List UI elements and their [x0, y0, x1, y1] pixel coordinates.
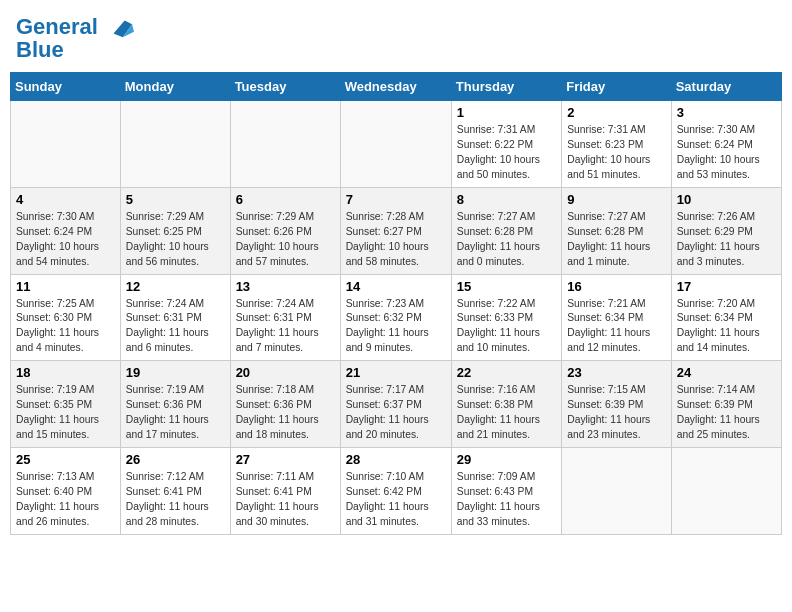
day-info: Sunrise: 7:25 AM Sunset: 6:30 PM Dayligh…: [16, 297, 115, 357]
day-number: 20: [236, 365, 335, 380]
day-number: 15: [457, 279, 556, 294]
day-info: Sunrise: 7:29 AM Sunset: 6:26 PM Dayligh…: [236, 210, 335, 270]
calendar-day-cell: 2Sunrise: 7:31 AM Sunset: 6:23 PM Daylig…: [562, 101, 671, 188]
day-number: 25: [16, 452, 115, 467]
calendar-day-cell: [671, 447, 781, 534]
day-info: Sunrise: 7:16 AM Sunset: 6:38 PM Dayligh…: [457, 383, 556, 443]
day-info: Sunrise: 7:18 AM Sunset: 6:36 PM Dayligh…: [236, 383, 335, 443]
day-info: Sunrise: 7:11 AM Sunset: 6:41 PM Dayligh…: [236, 470, 335, 530]
calendar-day-cell: 13Sunrise: 7:24 AM Sunset: 6:31 PM Dayli…: [230, 274, 340, 361]
calendar-day-cell: 27Sunrise: 7:11 AM Sunset: 6:41 PM Dayli…: [230, 447, 340, 534]
day-info: Sunrise: 7:19 AM Sunset: 6:35 PM Dayligh…: [16, 383, 115, 443]
day-info: Sunrise: 7:10 AM Sunset: 6:42 PM Dayligh…: [346, 470, 446, 530]
day-info: Sunrise: 7:23 AM Sunset: 6:32 PM Dayligh…: [346, 297, 446, 357]
calendar-day-cell: 17Sunrise: 7:20 AM Sunset: 6:34 PM Dayli…: [671, 274, 781, 361]
day-number: 8: [457, 192, 556, 207]
day-info: Sunrise: 7:24 AM Sunset: 6:31 PM Dayligh…: [236, 297, 335, 357]
calendar-header-row: SundayMondayTuesdayWednesdayThursdayFrid…: [11, 73, 782, 101]
calendar-day-cell: [11, 101, 121, 188]
calendar-day-cell: 14Sunrise: 7:23 AM Sunset: 6:32 PM Dayli…: [340, 274, 451, 361]
day-info: Sunrise: 7:27 AM Sunset: 6:28 PM Dayligh…: [567, 210, 665, 270]
calendar-day-cell: [230, 101, 340, 188]
calendar-day-cell: 3Sunrise: 7:30 AM Sunset: 6:24 PM Daylig…: [671, 101, 781, 188]
day-info: Sunrise: 7:26 AM Sunset: 6:29 PM Dayligh…: [677, 210, 776, 270]
calendar-day-cell: 25Sunrise: 7:13 AM Sunset: 6:40 PM Dayli…: [11, 447, 121, 534]
day-info: Sunrise: 7:31 AM Sunset: 6:23 PM Dayligh…: [567, 123, 665, 183]
calendar-day-cell: 29Sunrise: 7:09 AM Sunset: 6:43 PM Dayli…: [451, 447, 561, 534]
day-number: 2: [567, 105, 665, 120]
day-number: 14: [346, 279, 446, 294]
day-number: 9: [567, 192, 665, 207]
day-number: 16: [567, 279, 665, 294]
day-info: Sunrise: 7:27 AM Sunset: 6:28 PM Dayligh…: [457, 210, 556, 270]
page-header: General Blue: [10, 10, 782, 66]
day-of-week-header: Monday: [120, 73, 230, 101]
day-info: Sunrise: 7:28 AM Sunset: 6:27 PM Dayligh…: [346, 210, 446, 270]
day-number: 11: [16, 279, 115, 294]
day-number: 17: [677, 279, 776, 294]
day-of-week-header: Friday: [562, 73, 671, 101]
calendar-day-cell: 23Sunrise: 7:15 AM Sunset: 6:39 PM Dayli…: [562, 361, 671, 448]
calendar-day-cell: [562, 447, 671, 534]
day-number: 13: [236, 279, 335, 294]
day-number: 29: [457, 452, 556, 467]
day-number: 4: [16, 192, 115, 207]
calendar-table: SundayMondayTuesdayWednesdayThursdayFrid…: [10, 72, 782, 534]
day-info: Sunrise: 7:30 AM Sunset: 6:24 PM Dayligh…: [677, 123, 776, 183]
calendar-day-cell: 10Sunrise: 7:26 AM Sunset: 6:29 PM Dayli…: [671, 187, 781, 274]
calendar-day-cell: 9Sunrise: 7:27 AM Sunset: 6:28 PM Daylig…: [562, 187, 671, 274]
logo: General Blue: [16, 14, 134, 62]
day-number: 10: [677, 192, 776, 207]
day-number: 5: [126, 192, 225, 207]
calendar-day-cell: 4Sunrise: 7:30 AM Sunset: 6:24 PM Daylig…: [11, 187, 121, 274]
day-number: 27: [236, 452, 335, 467]
day-info: Sunrise: 7:29 AM Sunset: 6:25 PM Dayligh…: [126, 210, 225, 270]
day-number: 3: [677, 105, 776, 120]
day-info: Sunrise: 7:15 AM Sunset: 6:39 PM Dayligh…: [567, 383, 665, 443]
day-info: Sunrise: 7:30 AM Sunset: 6:24 PM Dayligh…: [16, 210, 115, 270]
calendar-day-cell: 7Sunrise: 7:28 AM Sunset: 6:27 PM Daylig…: [340, 187, 451, 274]
day-info: Sunrise: 7:31 AM Sunset: 6:22 PM Dayligh…: [457, 123, 556, 183]
calendar-week-row: 4Sunrise: 7:30 AM Sunset: 6:24 PM Daylig…: [11, 187, 782, 274]
calendar-day-cell: 28Sunrise: 7:10 AM Sunset: 6:42 PM Dayli…: [340, 447, 451, 534]
day-number: 19: [126, 365, 225, 380]
day-number: 18: [16, 365, 115, 380]
calendar-day-cell: 16Sunrise: 7:21 AM Sunset: 6:34 PM Dayli…: [562, 274, 671, 361]
day-number: 12: [126, 279, 225, 294]
calendar-day-cell: 1Sunrise: 7:31 AM Sunset: 6:22 PM Daylig…: [451, 101, 561, 188]
calendar-day-cell: [340, 101, 451, 188]
calendar-week-row: 1Sunrise: 7:31 AM Sunset: 6:22 PM Daylig…: [11, 101, 782, 188]
day-of-week-header: Sunday: [11, 73, 121, 101]
day-of-week-header: Wednesday: [340, 73, 451, 101]
day-info: Sunrise: 7:21 AM Sunset: 6:34 PM Dayligh…: [567, 297, 665, 357]
calendar-day-cell: 22Sunrise: 7:16 AM Sunset: 6:38 PM Dayli…: [451, 361, 561, 448]
calendar-day-cell: 6Sunrise: 7:29 AM Sunset: 6:26 PM Daylig…: [230, 187, 340, 274]
day-of-week-header: Saturday: [671, 73, 781, 101]
day-number: 6: [236, 192, 335, 207]
day-number: 7: [346, 192, 446, 207]
calendar-day-cell: 18Sunrise: 7:19 AM Sunset: 6:35 PM Dayli…: [11, 361, 121, 448]
day-info: Sunrise: 7:17 AM Sunset: 6:37 PM Dayligh…: [346, 383, 446, 443]
day-of-week-header: Tuesday: [230, 73, 340, 101]
calendar-week-row: 11Sunrise: 7:25 AM Sunset: 6:30 PM Dayli…: [11, 274, 782, 361]
day-info: Sunrise: 7:24 AM Sunset: 6:31 PM Dayligh…: [126, 297, 225, 357]
day-number: 22: [457, 365, 556, 380]
calendar-day-cell: 26Sunrise: 7:12 AM Sunset: 6:41 PM Dayli…: [120, 447, 230, 534]
day-number: 28: [346, 452, 446, 467]
day-info: Sunrise: 7:22 AM Sunset: 6:33 PM Dayligh…: [457, 297, 556, 357]
calendar-day-cell: [120, 101, 230, 188]
calendar-day-cell: 5Sunrise: 7:29 AM Sunset: 6:25 PM Daylig…: [120, 187, 230, 274]
day-info: Sunrise: 7:09 AM Sunset: 6:43 PM Dayligh…: [457, 470, 556, 530]
calendar-day-cell: 15Sunrise: 7:22 AM Sunset: 6:33 PM Dayli…: [451, 274, 561, 361]
day-info: Sunrise: 7:19 AM Sunset: 6:36 PM Dayligh…: [126, 383, 225, 443]
day-number: 1: [457, 105, 556, 120]
calendar-day-cell: 8Sunrise: 7:27 AM Sunset: 6:28 PM Daylig…: [451, 187, 561, 274]
day-info: Sunrise: 7:14 AM Sunset: 6:39 PM Dayligh…: [677, 383, 776, 443]
calendar-day-cell: 12Sunrise: 7:24 AM Sunset: 6:31 PM Dayli…: [120, 274, 230, 361]
calendar-day-cell: 19Sunrise: 7:19 AM Sunset: 6:36 PM Dayli…: [120, 361, 230, 448]
day-info: Sunrise: 7:20 AM Sunset: 6:34 PM Dayligh…: [677, 297, 776, 357]
day-of-week-header: Thursday: [451, 73, 561, 101]
day-number: 23: [567, 365, 665, 380]
calendar-week-row: 25Sunrise: 7:13 AM Sunset: 6:40 PM Dayli…: [11, 447, 782, 534]
day-info: Sunrise: 7:13 AM Sunset: 6:40 PM Dayligh…: [16, 470, 115, 530]
